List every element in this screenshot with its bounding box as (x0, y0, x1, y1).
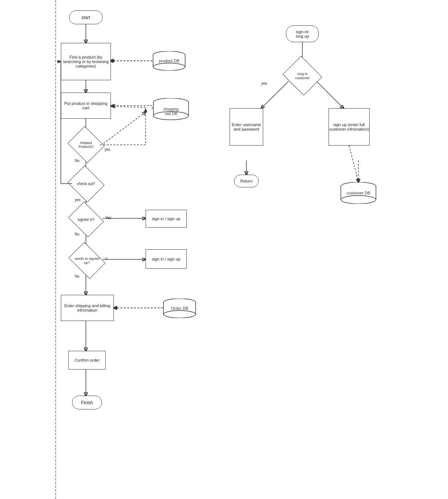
wants-signup-diamond: wants to signed up? (69, 242, 106, 279)
shopping-cart-db-node: shopping cart DB (152, 98, 190, 121)
sign-in-top-right-node: sign in/ sing up (286, 25, 319, 42)
svg-text:shopping: shopping (164, 107, 179, 111)
svg-text:cart DB: cart DB (165, 112, 177, 116)
confirm-order-node: Confrim order (68, 351, 106, 369)
related-products-diamond: Related Products? (68, 126, 105, 163)
return-node: Return (234, 175, 259, 187)
no4-label: No (75, 274, 80, 278)
put-in-cart-node: Put product in shopping cart (61, 93, 111, 119)
yes2-label: yes (75, 198, 81, 202)
sign-up-full-node: sign up (enter full customer infromation… (329, 108, 370, 146)
find-product-node: Find a product (by searching or by brows… (61, 43, 111, 80)
sign-in-signup-2-node: sign in / sign up (146, 249, 187, 269)
svg-point-24 (153, 63, 185, 71)
order-db-node: Order DB (163, 299, 196, 318)
y1-label: Y (105, 257, 108, 261)
svg-point-37 (164, 311, 196, 318)
svg-line-17 (317, 81, 343, 108)
yes3-label: Yes (105, 216, 111, 220)
svg-text:product DB: product DB (159, 59, 179, 63)
diagram-container: start Find a product (by searching or by… (0, 0, 448, 499)
signed-in-diamond: signed in? (68, 202, 104, 237)
enter-username-node: Enter username and password (230, 108, 263, 146)
sign-in-signup-1-node: sign in / sign up (146, 210, 187, 228)
left-dashed-line (55, 0, 56, 499)
product-db-node: product DB (152, 51, 186, 71)
sing-in-customer-diamond: sing in customer (283, 56, 322, 96)
no3-label: No (75, 232, 80, 236)
no1-label: No (75, 159, 80, 163)
finish-node: Finish (72, 396, 102, 409)
svg-text:Order DB: Order DB (171, 306, 188, 311)
svg-line-47 (349, 146, 358, 182)
checkout-diamond: check out? (68, 165, 105, 202)
svg-text:customer DB: customer DB (346, 191, 370, 195)
yes-right-label: yes (261, 81, 267, 85)
shipping-billing-node: Enter shipping and billing infromation (61, 295, 114, 321)
customer-db-node: customer DB (340, 182, 377, 204)
svg-line-4 (112, 106, 146, 107)
svg-point-43 (341, 196, 376, 204)
start-node: start (69, 10, 103, 24)
yes1-label: yes (105, 147, 111, 152)
